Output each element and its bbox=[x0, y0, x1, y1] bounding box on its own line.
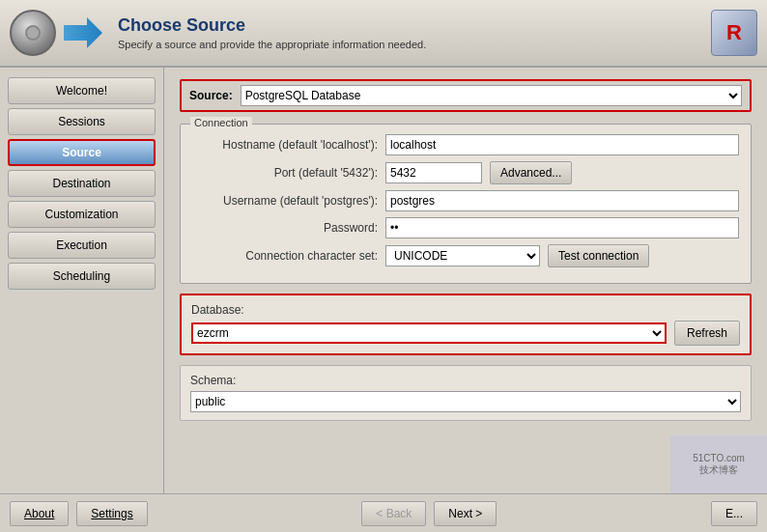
username-input[interactable] bbox=[385, 190, 739, 211]
connection-group: Connection Hostname (default 'localhost'… bbox=[180, 124, 752, 284]
header-text: Choose Source Specify a source and provi… bbox=[118, 15, 711, 50]
schema-dropdown[interactable]: public information_schema bbox=[190, 391, 741, 412]
content-area: Source: PostgreSQL Database MySQL Databa… bbox=[164, 68, 767, 493]
back-button[interactable]: < Back bbox=[361, 501, 426, 526]
sidebar-item-sessions[interactable]: Sessions bbox=[8, 108, 156, 135]
hostname-input[interactable] bbox=[385, 134, 739, 155]
password-row: Password: bbox=[192, 217, 739, 238]
footer: About Settings < Back Next > E... bbox=[0, 493, 767, 532]
main-layout: Welcome! Sessions Source Destination Cus… bbox=[0, 68, 767, 493]
username-row: Username (default 'postgres'): bbox=[192, 190, 739, 211]
source-dropdown[interactable]: PostgreSQL Database MySQL Database SQLit… bbox=[241, 85, 742, 106]
hostname-row: Hostname (default 'localhost'): bbox=[192, 134, 739, 155]
sidebar-item-execution[interactable]: Execution bbox=[8, 232, 156, 259]
watermark: 51CTO.com技术博客 bbox=[670, 435, 767, 493]
connection-group-title: Connection bbox=[190, 117, 252, 128]
sidebar-item-destination[interactable]: Destination bbox=[8, 170, 156, 197]
logo: R bbox=[711, 10, 757, 56]
database-row: ezcrm Refresh bbox=[191, 321, 740, 346]
schema-section: Schema: public information_schema bbox=[180, 365, 752, 421]
sidebar-item-welcome[interactable]: Welcome! bbox=[8, 77, 156, 104]
footer-right: E... bbox=[711, 501, 757, 526]
charset-label: Connection character set: bbox=[192, 249, 385, 263]
password-input[interactable] bbox=[385, 217, 739, 238]
refresh-button[interactable]: Refresh bbox=[674, 321, 740, 346]
charset-dropdown[interactable]: UNICODE UTF-8 Latin-1 bbox=[385, 245, 540, 266]
footer-left: About Settings bbox=[10, 501, 148, 526]
header: Choose Source Specify a source and provi… bbox=[0, 0, 767, 68]
database-section: Database: ezcrm Refresh bbox=[180, 294, 752, 355]
hostname-label: Hostname (default 'localhost'): bbox=[192, 138, 385, 152]
database-dropdown[interactable]: ezcrm bbox=[191, 322, 667, 344]
next-button[interactable]: Next > bbox=[434, 501, 497, 526]
database-label: Database: bbox=[191, 303, 740, 317]
sidebar-item-scheduling[interactable]: Scheduling bbox=[8, 263, 156, 290]
port-label: Port (default '5432'): bbox=[192, 166, 385, 180]
header-icons bbox=[10, 10, 102, 56]
port-input[interactable] bbox=[385, 162, 482, 183]
about-button[interactable]: About bbox=[10, 501, 69, 526]
source-selector-row: Source: PostgreSQL Database MySQL Databa… bbox=[180, 79, 752, 112]
charset-row: Connection character set: UNICODE UTF-8 … bbox=[192, 244, 739, 267]
source-label: Source: bbox=[189, 89, 233, 102]
disk-icon bbox=[10, 10, 56, 56]
sidebar-item-source[interactable]: Source bbox=[8, 139, 156, 166]
exit-button[interactable]: E... bbox=[711, 501, 757, 526]
page-title: Choose Source bbox=[118, 15, 711, 36]
password-label: Password: bbox=[192, 221, 385, 235]
footer-center: < Back Next > bbox=[361, 501, 497, 526]
sidebar: Welcome! Sessions Source Destination Cus… bbox=[0, 68, 164, 493]
sidebar-item-customization[interactable]: Customization bbox=[8, 201, 156, 228]
advanced-button[interactable]: Advanced... bbox=[490, 161, 572, 184]
page-subtitle: Specify a source and provide the appropr… bbox=[118, 39, 711, 50]
username-label: Username (default 'postgres'): bbox=[192, 194, 385, 208]
test-connection-button[interactable]: Test connection bbox=[548, 244, 649, 267]
port-row: Port (default '5432'): Advanced... bbox=[192, 161, 739, 184]
schema-label: Schema: bbox=[190, 374, 741, 387]
arrow-icon bbox=[64, 17, 102, 48]
settings-button[interactable]: Settings bbox=[76, 501, 147, 526]
